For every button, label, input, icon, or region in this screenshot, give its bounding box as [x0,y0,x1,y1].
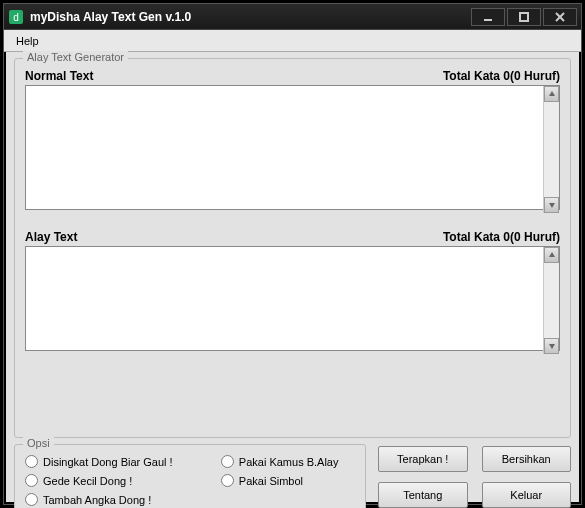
svg-marker-9 [549,344,555,349]
option-label: Pakai Simbol [239,475,303,487]
option-tambah-angka[interactable]: Tambah Angka Dong ! [25,493,213,506]
normal-text-input[interactable] [25,85,560,210]
option-label: Gede Kecil Dong ! [43,475,132,487]
titlebar[interactable]: d myDisha Alay Text Gen v.1.0 [4,4,581,30]
scroll-down-icon[interactable] [544,197,559,213]
alay-text-wrap [25,246,560,355]
menubar: Help [4,30,581,52]
generator-group: Alay Text Generator Normal Text Total Ka… [14,58,571,438]
option-label: Pakai Kamus B.Alay [239,456,339,468]
keluar-button[interactable]: Keluar [482,482,572,508]
normal-label: Normal Text [25,69,93,83]
normal-header: Normal Text Total Kata 0(0 Huruf) [25,69,560,83]
menu-help[interactable]: Help [10,33,45,49]
svg-rect-3 [520,13,528,21]
app-icon: d [8,9,24,25]
options-legend: Opsi [23,437,54,449]
close-button[interactable] [543,8,577,26]
alay-counter: Total Kata 0(0 Huruf) [443,230,560,244]
alay-header: Alay Text Total Kata 0(0 Huruf) [25,230,560,244]
normal-text-wrap [25,85,560,214]
group-title: Alay Text Generator [23,51,128,63]
alay-text-input[interactable] [25,246,560,351]
option-pakai-kamus[interactable]: Pakai Kamus B.Alay [221,455,355,468]
svg-marker-6 [549,91,555,96]
maximize-button[interactable] [507,8,541,26]
option-label: Disingkat Dong Biar Gaul ! [43,456,173,468]
options-group: Opsi Disingkat Dong Biar Gaul ! Pakai Ka… [14,444,366,508]
window-controls [471,8,577,26]
option-gede-kecil[interactable]: Gede Kecil Dong ! [25,474,213,487]
alay-label: Alay Text [25,230,77,244]
option-disingkat[interactable]: Disingkat Dong Biar Gaul ! [25,455,213,468]
scroll-down-icon[interactable] [544,338,559,354]
terapkan-button[interactable]: Terapkan ! [378,446,468,472]
bottom-row: Opsi Disingkat Dong Biar Gaul ! Pakai Ka… [14,444,571,508]
minimize-button[interactable] [471,8,505,26]
client-area: Alay Text Generator Normal Text Total Ka… [6,52,579,502]
scroll-up-icon[interactable] [544,247,559,263]
window-title: myDisha Alay Text Gen v.1.0 [30,10,471,24]
button-column: Terapkan ! Bersihkan Tentang Keluar [378,444,571,508]
option-label: Tambah Angka Dong ! [43,494,151,506]
option-pakai-simbol[interactable]: Pakai Simbol [221,474,355,487]
svg-text:d: d [13,12,19,23]
bersihkan-button[interactable]: Bersihkan [482,446,572,472]
svg-marker-7 [549,203,555,208]
normal-counter: Total Kata 0(0 Huruf) [443,69,560,83]
main-window: d myDisha Alay Text Gen v.1.0 Help Alay … [3,3,582,505]
scroll-up-icon[interactable] [544,86,559,102]
tentang-button[interactable]: Tentang [378,482,468,508]
normal-scrollbar[interactable] [543,86,559,213]
alay-scrollbar[interactable] [543,247,559,354]
svg-marker-8 [549,252,555,257]
